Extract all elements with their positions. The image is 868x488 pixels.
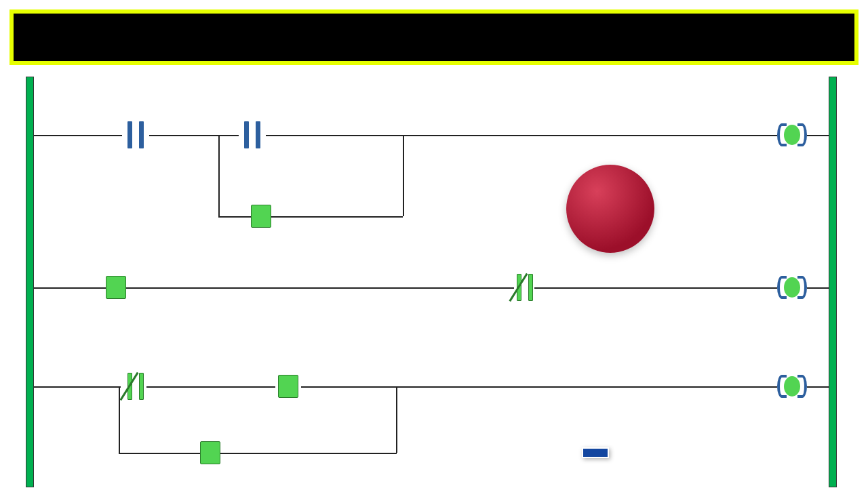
inst-tools-logo: [566, 165, 654, 253]
coil-m2: [777, 375, 807, 398]
contact-no-m0: [239, 121, 266, 148]
coil-machine2: [777, 276, 807, 299]
power-rail-left: [26, 77, 34, 487]
contact-nc-switch: [122, 373, 149, 400]
contact-nc-rung2: [511, 274, 538, 301]
coil-m1: [777, 123, 807, 146]
contact-no-m1-branch: [251, 205, 271, 228]
ladder-canvas: [34, 77, 829, 487]
contact-no-m1-rung2: [106, 276, 126, 299]
contact-no-m2-branch: [200, 441, 220, 464]
title-banner: [9, 9, 859, 65]
page-title: [14, 14, 854, 61]
contact-no-machine2: [278, 375, 298, 398]
footer-badge: [582, 447, 609, 458]
contact-no-switch: [122, 121, 149, 148]
power-rail-right: [829, 77, 837, 487]
